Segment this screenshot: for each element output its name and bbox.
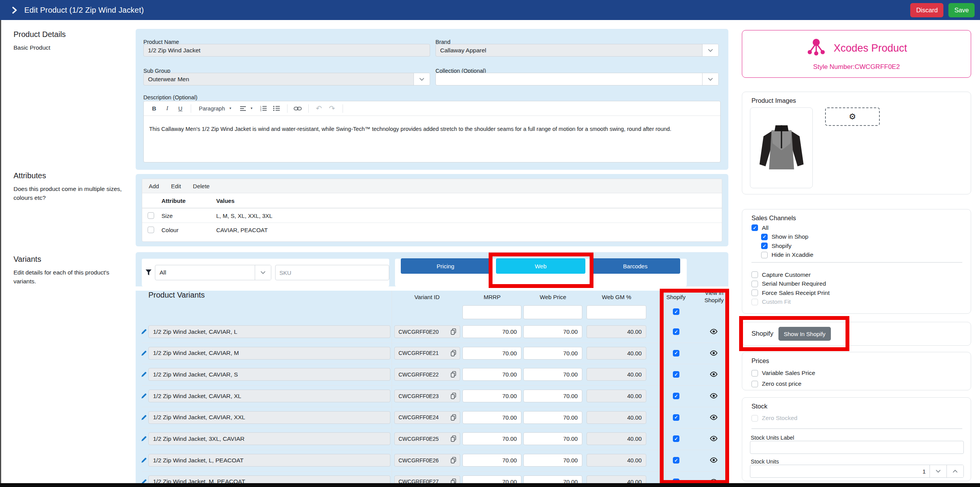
link-button[interactable]: [292, 103, 304, 114]
mrrp-input[interactable]: 70.00: [462, 475, 521, 484]
mrrp-input[interactable]: 70.00: [462, 432, 521, 445]
copy-icon[interactable]: [450, 392, 457, 400]
mrrp-input[interactable]: 70.00: [462, 454, 521, 467]
row-checkbox[interactable]: [148, 227, 154, 233]
sales-option-item: Capture Customer: [751, 270, 971, 279]
web-price-input[interactable]: 70.00: [523, 325, 582, 338]
stepper-up-button[interactable]: [946, 465, 963, 477]
redo-button[interactable]: ↷: [326, 103, 338, 114]
chevron-right-icon: [11, 7, 18, 14]
stepper-down-button[interactable]: [930, 465, 946, 477]
mrrp-input[interactable]: 70.00: [462, 325, 521, 338]
copy-icon[interactable]: [450, 328, 457, 335]
discard-button[interactable]: Discard: [910, 3, 943, 17]
bullet-list-button[interactable]: [271, 103, 282, 114]
edit-pencil-icon[interactable]: [141, 457, 147, 465]
web-price-input[interactable]: 70.00: [523, 454, 582, 467]
edit-attribute-button[interactable]: Edit: [171, 183, 181, 189]
shopify-checkbox[interactable]: [673, 414, 679, 421]
edit-pencil-icon[interactable]: [141, 371, 147, 379]
mrrp-filter-input[interactable]: [463, 306, 521, 319]
edit-pencil-icon[interactable]: [141, 393, 147, 401]
channel-checkbox[interactable]: [761, 234, 768, 240]
ordered-list-button[interactable]: 123: [258, 103, 269, 114]
mrrp-input[interactable]: 70.00: [462, 411, 521, 424]
shopify-select-all-checkbox[interactable]: [673, 308, 679, 315]
web-price-input[interactable]: 70.00: [523, 411, 582, 424]
stock-units-label-input[interactable]: [750, 441, 963, 454]
web-price-column-header: Web Price: [540, 294, 566, 300]
view-in-shopify-icon[interactable]: [709, 434, 718, 444]
bold-button[interactable]: B: [148, 103, 160, 114]
align-dropdown[interactable]: ▼: [237, 103, 256, 114]
web-price-input[interactable]: 70.00: [523, 432, 582, 445]
underline-button[interactable]: U: [175, 103, 186, 114]
variant-rows: 1/2 Zip Wind Jacket, CAVIAR, L CWCGRFF0E…: [136, 325, 728, 484]
view-in-shopify-icon[interactable]: [709, 413, 718, 423]
channel-label: All: [762, 224, 768, 231]
attribute-row: Colour CAVIAR, PEACOAT: [142, 223, 722, 237]
price-option-checkbox[interactable]: [751, 381, 758, 387]
view-in-shopify-icon[interactable]: [709, 349, 718, 359]
web-price-input[interactable]: 70.00: [523, 347, 582, 360]
description-text[interactable]: This Callaway Men's 1/2 Zip Wind Jacket …: [144, 116, 720, 142]
paragraph-style-dropdown[interactable]: Paragraph▼: [196, 103, 235, 114]
shopify-checkbox[interactable]: [673, 457, 679, 464]
variant-tab[interactable]: Barcodes: [590, 258, 680, 274]
italic-button[interactable]: I: [161, 103, 173, 114]
shopify-checkbox[interactable]: [673, 393, 679, 399]
price-option-checkbox[interactable]: [751, 370, 758, 377]
edit-pencil-icon[interactable]: [141, 414, 147, 422]
sku-search-input[interactable]: [276, 265, 389, 280]
copy-icon[interactable]: [450, 371, 457, 378]
option-checkbox[interactable]: [751, 271, 758, 278]
xcodes-logo-icon: [806, 37, 827, 59]
add-attribute-button[interactable]: Add: [149, 183, 159, 189]
web-price-input[interactable]: 70.00: [523, 475, 582, 484]
option-checkbox[interactable]: [751, 281, 758, 287]
web-price-value: 70.00: [563, 350, 578, 356]
channel-checkbox[interactable]: [751, 224, 758, 231]
copy-icon[interactable]: [450, 435, 457, 442]
web-price-filter-input[interactable]: [524, 306, 582, 319]
web-price-input[interactable]: 70.00: [523, 390, 582, 402]
delete-attribute-button[interactable]: Delete: [193, 183, 210, 189]
option-checkbox[interactable]: [751, 290, 758, 296]
edit-pencil-icon[interactable]: [141, 328, 147, 336]
copy-icon[interactable]: [450, 350, 457, 357]
edit-pencil-icon[interactable]: [141, 350, 147, 358]
mrrp-input[interactable]: 70.00: [462, 347, 521, 360]
undo-button[interactable]: ↶: [313, 103, 325, 114]
shopify-checkbox[interactable]: [673, 435, 679, 442]
web-price-input[interactable]: 70.00: [523, 368, 582, 381]
mrrp-input[interactable]: 70.00: [462, 368, 521, 381]
variant-filter-select[interactable]: All: [155, 265, 271, 280]
view-in-shopify-icon[interactable]: [709, 370, 718, 380]
shopify-checkbox[interactable]: [673, 328, 679, 335]
save-button[interactable]: Save: [948, 3, 975, 17]
mrrp-input[interactable]: 70.00: [462, 390, 521, 402]
channel-checkbox[interactable]: [761, 243, 768, 249]
variant-name-field: 1/2 Zip Wind Jacket, L, PEACOAT: [148, 454, 390, 467]
view-in-shopify-icon[interactable]: [709, 392, 718, 402]
divider: [751, 428, 962, 429]
row-checkbox[interactable]: [148, 212, 154, 219]
variant-tab[interactable]: Pricing: [401, 258, 490, 274]
channel-checkbox[interactable]: [761, 252, 768, 258]
copy-icon[interactable]: [450, 457, 457, 464]
sub-group-select: Outerwear Men: [143, 73, 430, 85]
variant-tab[interactable]: Web: [496, 258, 585, 274]
web-gm-filter-input[interactable]: [587, 306, 646, 319]
copy-icon[interactable]: [450, 414, 457, 421]
view-in-shopify-icon[interactable]: [709, 456, 718, 466]
show-in-shopify-button[interactable]: Show In Shopify: [778, 327, 831, 341]
option-checkbox[interactable]: [751, 299, 758, 305]
image-settings-tile[interactable]: ⚙: [825, 107, 880, 126]
view-in-shopify-column-header: View in Shopify: [698, 289, 728, 304]
collection-select[interactable]: [435, 73, 719, 85]
shopify-checkbox[interactable]: [673, 371, 679, 378]
product-image-thumbnail[interactable]: [750, 107, 813, 188]
view-in-shopify-icon[interactable]: [709, 327, 718, 337]
shopify-checkbox[interactable]: [673, 350, 679, 356]
edit-pencil-icon[interactable]: [141, 435, 147, 443]
